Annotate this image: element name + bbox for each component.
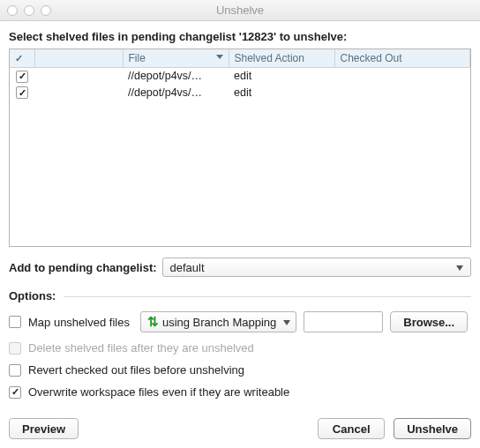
browse-button[interactable]: Browse... [390,311,468,332]
minimize-icon[interactable] [24,5,34,16]
cell-checked-out [334,85,470,101]
instruction-text: Select shelved files in pending changeli… [9,30,471,43]
column-header-blank[interactable] [34,49,123,68]
column-header-shelved-action[interactable]: Shelved Action [229,49,334,68]
options-legend: Options: [9,289,471,302]
close-icon[interactable] [7,5,18,16]
column-header-check[interactable]: ✓ [10,49,34,68]
column-header-file[interactable]: File [123,49,229,68]
row-checkbox[interactable] [16,71,28,83]
preview-button[interactable]: Preview [9,418,79,439]
table-row[interactable]: //depot/p4vs/… edit [10,68,470,85]
table-row[interactable]: //depot/p4vs/… edit [10,85,470,101]
overwrite-checkbox[interactable] [9,386,21,399]
branch-icon: ⇅ [146,315,161,329]
revert-label: Revert checked out files before unshelvi… [28,363,244,377]
delete-after-checkbox [9,342,21,355]
column-header-checked-out[interactable]: Checked Out [334,49,470,68]
cell-file: //depot/p4vs/… [123,68,229,85]
cell-checked-out [334,68,470,85]
overwrite-label: Overwrite workspace files even if they a… [28,385,289,399]
cell-action: edit [229,68,334,85]
row-checkbox[interactable] [16,86,28,99]
sort-indicator-icon [216,55,223,59]
cell-action: edit [229,85,334,101]
cell-file: //depot/p4vs/… [123,85,229,101]
cancel-button[interactable]: Cancel [318,418,385,439]
shelved-files-table[interactable]: ✓ File Shelved Action Checked Out //depo… [9,49,471,247]
branch-mapping-input[interactable] [304,311,383,332]
window-title: Unshelve [0,4,480,17]
add-to-changelist-select[interactable]: default [162,258,471,277]
titlebar: Unshelve [0,0,480,21]
window-controls [0,5,51,16]
add-to-label: Add to pending changelist: [9,261,157,274]
map-unshelved-label: Map unshelved files [28,316,130,329]
revert-checkbox[interactable] [9,364,21,377]
unshelve-button[interactable]: Unshelve [394,418,471,439]
map-unshelved-checkbox[interactable] [9,316,21,328]
delete-after-label: Delete shelved files after they are unsh… [28,341,254,355]
branch-mapping-select[interactable]: ⇅ using Branch Mapping [140,311,296,332]
zoom-icon[interactable] [41,5,51,16]
